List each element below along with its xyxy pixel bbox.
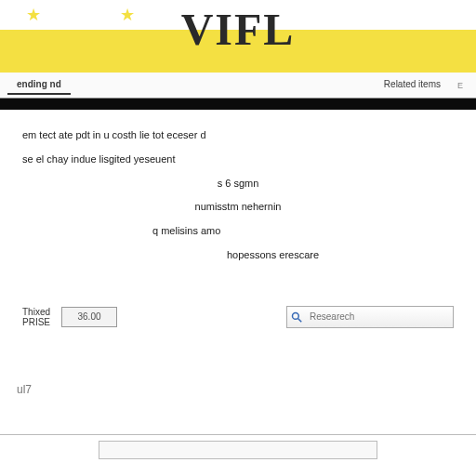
form-label-1: Thixed [22,307,50,317]
header-banner: ★ ★ VIFL [0,0,476,73]
form-row: Thixed PRISE 36.00 [0,306,476,328]
form-label-group: Thixed PRISE [22,307,50,327]
search-box[interactable] [286,306,454,328]
body-line-2: se el chay indue lisgited yeseuent [22,151,454,169]
form-label-2: PRISE [22,317,50,327]
tab-related[interactable]: Related items [375,75,450,95]
svg-line-1 [298,318,302,322]
svg-point-0 [293,312,299,319]
search-icon [287,308,306,326]
tab-primary[interactable]: ending nd [7,75,71,95]
main-content: em tect ate pdt in u costh lie tot ecese… [0,110,476,280]
divider-bar [0,99,476,110]
tab-row: ending nd Related items E [0,73,476,99]
tab-hint: E [457,81,469,90]
body-line-5: q melisins amo [22,222,454,241]
body-line-6: hopessons erescare [22,246,454,265]
body-line-4: numisstm nehernin [22,198,454,217]
amount-field[interactable]: 36.00 [61,307,117,327]
footer-input[interactable] [99,441,377,459]
app-window: ★ ★ VIFL ending nd Related items E em te… [0,0,476,476]
brand-logo-text: VIFL [181,4,296,55]
footer-divider [0,434,476,435]
body-line-3: s 6 sgmn [22,175,454,193]
body-line-1: em tect ate pdt in u costh lie tot ecese… [22,126,454,145]
watermark-text: ul7 [17,383,32,396]
star-icons: ★ ★ [0,5,172,25]
body-text: em tect ate pdt in u costh lie tot ecese… [22,126,454,265]
search-input[interactable] [306,311,453,322]
